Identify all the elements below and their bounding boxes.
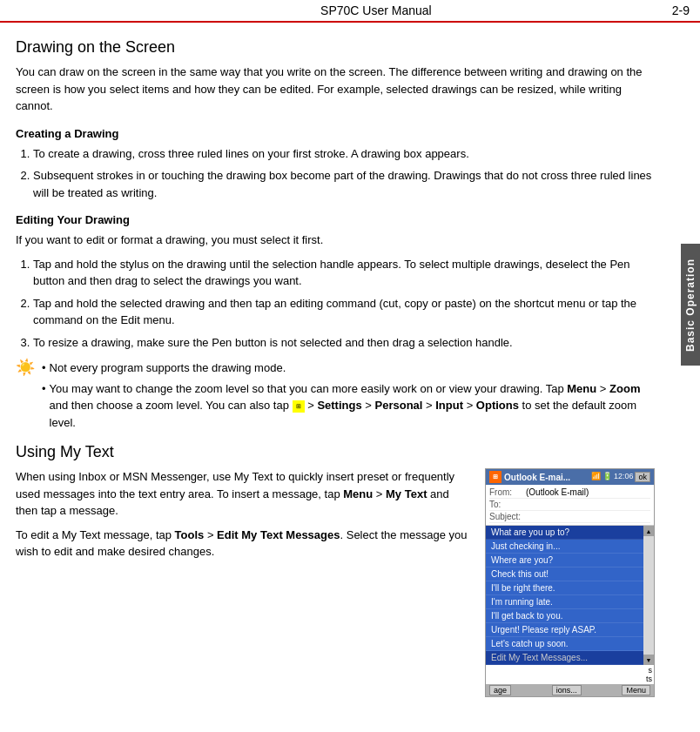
notes-content: • Not every program supports the drawing… <box>42 359 655 434</box>
header-title: SP70C User Manual <box>80 3 672 17</box>
creating-heading: Creating a Drawing <box>16 127 655 140</box>
creating-steps: To create a drawing, cross three ruled l… <box>33 145 655 202</box>
email-subject-field: Subject: <box>489 511 650 523</box>
phone-screenshot: ⊞ Outlook E-mai... 📶 🔋 12:06 ok <box>485 468 655 697</box>
creating-step-1: To create a drawing, cross three ruled l… <box>33 145 655 163</box>
editing-steps: Tap and hold the stylus on the drawing u… <box>33 256 655 352</box>
phone-time: 12:06 <box>614 472 634 482</box>
bottom-bar: age ions... Menu <box>486 684 654 696</box>
menu-item-2[interactable]: Just checking in... <box>486 540 643 554</box>
bottom-right-items: s ts <box>486 665 654 684</box>
phone-screenshot-container: ⊞ Outlook E-mai... 📶 🔋 12:06 ok <box>485 468 655 697</box>
note-text-1: Not every program supports the drawing m… <box>50 359 286 377</box>
windows-logo-icon: ⊞ <box>293 400 305 413</box>
menu-item-8[interactable]: Urgent! Please reply ASAP. <box>486 623 643 637</box>
note-item-2: • You may want to change the zoom level … <box>42 380 655 432</box>
menu-item-1[interactable]: What are you up to? <box>486 526 643 540</box>
my-text-edit: To edit a My Text message, tap Tools > E… <box>16 527 471 561</box>
phone-header-left: ⊞ Outlook E-mai... <box>489 471 570 483</box>
email-from-label: From: <box>489 487 524 497</box>
editing-heading: Editing Your Drawing <box>16 213 655 226</box>
bottom-right-text: s ts <box>644 665 654 684</box>
menu-item-6[interactable]: I'm running late. <box>486 595 643 609</box>
my-text-left: When using Inbox or MSN Messenger, use M… <box>16 468 471 697</box>
phone-wrapper: ⊞ Outlook E-mai... 📶 🔋 12:06 ok <box>485 468 655 697</box>
phone-battery-icon: 🔋 <box>602 472 612 482</box>
main-content: Drawing on the Screen You can draw on th… <box>0 23 681 708</box>
note-text-2: You may want to change the zoom level so… <box>50 380 655 432</box>
email-body: From: (Outlook E-mail) To: Subject: <box>486 485 654 526</box>
editing-step-2: Tap and hold the selected drawing and th… <box>33 295 655 329</box>
menu-item-7[interactable]: I'll get back to you. <box>486 609 643 623</box>
scrollbar[interactable]: ▲ ▼ <box>643 526 654 665</box>
scroll-up-icon[interactable]: ▲ <box>643 526 654 536</box>
note-item-1: • Not every program supports the drawing… <box>42 359 655 377</box>
menu-item-4[interactable]: Check this out! <box>486 567 643 581</box>
email-to-label: To: <box>489 500 524 509</box>
menu-item-5[interactable]: I'll be right there. <box>486 581 643 595</box>
page-header: SP70C User Manual 2-9 <box>0 0 700 23</box>
note-icon: ☀️ <box>16 358 35 377</box>
bottom-btn-ions[interactable]: ions... <box>552 685 582 695</box>
email-from-value: (Outlook E-mail) <box>526 487 589 497</box>
phone-signal-icon: 📶 <box>591 472 601 482</box>
phone-windows-icon: ⊞ <box>489 471 501 483</box>
my-text-intro: When using Inbox or MSN Messenger, use M… <box>16 468 471 520</box>
editing-step-3: To resize a drawing, make sure the Pen b… <box>33 334 655 352</box>
dropdown-menu: What are you up to? Just checking in... … <box>486 526 643 665</box>
menu-area: What are you up to? Just checking in... … <box>486 526 654 665</box>
header-page: 2-9 <box>672 3 690 17</box>
my-text-section: When using Inbox or MSN Messenger, use M… <box>16 468 655 697</box>
notes-box: ☀️ • Not every program supports the draw… <box>16 359 655 434</box>
my-text-heading: Using My Text <box>16 443 655 461</box>
side-tab: Basic Operation <box>681 244 700 366</box>
menu-item-9[interactable]: Let's catch up soon. <box>486 637 643 651</box>
editing-step-1: Tap and hold the stylus on the drawing u… <box>33 256 655 290</box>
editing-intro: If you want to edit or format a drawing,… <box>16 232 655 249</box>
menu-item-10[interactable]: Edit My Text Messages... <box>486 651 643 665</box>
email-to-field: To: <box>489 499 650 511</box>
bottom-btn-menu[interactable]: Menu <box>622 685 650 695</box>
bottom-right-item-2: ts <box>646 675 652 683</box>
phone-ok-button[interactable]: ok <box>635 472 650 482</box>
bullet-1: • <box>42 359 46 377</box>
phone-header-bar: ⊞ Outlook E-mai... 📶 🔋 12:06 ok <box>486 469 654 485</box>
scroll-down-icon[interactable]: ▼ <box>643 655 654 665</box>
bullet-2: • <box>42 380 46 398</box>
phone-window-title: Outlook E-mai... <box>504 473 570 482</box>
email-subject-label: Subject: <box>489 512 524 521</box>
drawing-heading: Drawing on the Screen <box>16 38 655 57</box>
scroll-track <box>643 536 654 655</box>
bottom-btn-age[interactable]: age <box>489 685 511 695</box>
menu-item-3[interactable]: Where are you? <box>486 554 643 567</box>
bottom-right-item-1: s <box>646 666 652 675</box>
drawing-intro: You can draw on the screen in the same w… <box>16 64 655 115</box>
creating-step-2: Subsequent strokes in or touching the dr… <box>33 167 655 201</box>
phone-header-icons: 📶 🔋 12:06 ok <box>591 472 650 482</box>
email-from-field: From: (Outlook E-mail) <box>489 487 650 499</box>
